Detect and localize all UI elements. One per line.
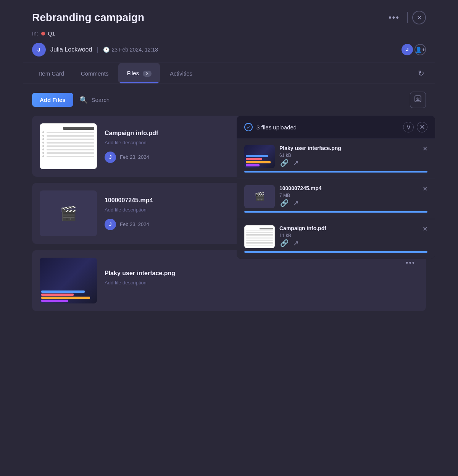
video-icon: 🎬 (60, 205, 77, 221)
upload-status: ✓ 3 files uploaded (244, 123, 297, 131)
upload-file-actions-video: 🔗 ↗ (279, 198, 418, 208)
more-options-button[interactable]: ••• (385, 11, 403, 24)
files-list: Campaign info.pdf Add file description J… (23, 116, 435, 311)
progress-bar-pdf (244, 251, 427, 253)
progress-bar-png (244, 171, 427, 173)
upload-file-name-video: 1000007245.mp4 (279, 185, 418, 191)
avatar: J (32, 43, 46, 56)
file-date-video: Feb 23, 2024 (120, 221, 149, 227)
upload-file-size-pdf: 11 kB (279, 233, 418, 238)
file-thumbnail-pdf (40, 123, 97, 169)
progress-bar-video (244, 211, 427, 213)
meta-row: In: Q1 (23, 31, 435, 40)
clock-icon: 🕐 (103, 47, 110, 53)
collapse-button[interactable]: ∨ (403, 122, 414, 132)
upload-thumb-pdf (244, 225, 275, 248)
upload-status-text: 3 files uploaded (256, 124, 297, 131)
remove-video-button[interactable]: ✕ (423, 185, 427, 192)
tabs-row: Item Card Comments Files 3 Activities ↻ (23, 63, 435, 84)
remove-png-button[interactable]: ✕ (423, 145, 427, 152)
file-desc-png: Add file description (105, 280, 395, 286)
search-bar: 🔍 Search (79, 96, 404, 104)
video-thumb-icon: 🎬 (255, 192, 265, 202)
search-icon: 🔍 (79, 96, 88, 104)
upload-file-info-png: Plaky user interface.png 61 kB 🔗 ↗ (279, 145, 418, 168)
file-thumbnail-png (40, 258, 97, 303)
time-info: 🕐 23 Feb 2024, 12:18 (103, 47, 158, 53)
upload-item-pdf: Campaign info.pdf 11 kB 🔗 ↗ ✕ (237, 219, 435, 259)
file-name-png: Plaky user interface.png (105, 270, 395, 277)
add-person-icon: 👤+ (415, 47, 425, 53)
upload-file-size-video: 7 MB (279, 193, 418, 198)
page-title: Rebranding campaign (32, 11, 144, 24)
app-container: Rebranding campaign ••• ✕ In: Q1 J Julia… (23, 0, 435, 476)
add-files-button[interactable]: Add Files (32, 93, 73, 107)
upload-file-actions-png: 🔗 ↗ (279, 158, 418, 168)
upload-item-png: Plaky user interface.png 61 kB 🔗 ↗ ✕ (237, 139, 435, 179)
close-button[interactable]: ✕ (412, 11, 426, 24)
upload-popup: ✓ 3 files uploaded ∨ ✕ (237, 116, 435, 259)
upload-file-info-pdf: Campaign info.pdf 11 kB 🔗 ↗ (279, 225, 418, 248)
upload-item-video: 🎬 1000007245.mp4 7 MB 🔗 ↗ ✕ (237, 179, 435, 219)
file-avatar-pdf: J (105, 152, 116, 163)
tab-activities[interactable]: Activities (163, 64, 199, 83)
tabs: Item Card Comments Files 3 Activities (32, 63, 199, 84)
user-row: J Julia Lockwood | 🕐 23 Feb 2024, 12:18 … (23, 40, 435, 63)
tab-comments[interactable]: Comments (74, 64, 116, 83)
copy-link-button-png[interactable]: 🔗 (279, 158, 289, 168)
open-external-button-pdf[interactable]: ↗ (292, 238, 300, 248)
group-color-dot (41, 32, 45, 35)
remove-pdf-button[interactable]: ✕ (423, 225, 427, 232)
tab-files[interactable]: Files 3 (120, 64, 158, 83)
chevron-down-icon: ∨ (406, 123, 411, 131)
download-icon (414, 95, 422, 105)
file-thumbnail-video: 🎬 (40, 190, 97, 236)
open-external-button-png[interactable]: ↗ (292, 158, 300, 168)
open-external-button-video[interactable]: ↗ (292, 198, 300, 208)
copy-link-button-video[interactable]: 🔗 (279, 198, 289, 208)
search-placeholder[interactable]: Search (92, 97, 110, 103)
tab-item-card[interactable]: Item Card (32, 64, 71, 83)
divider: | (97, 46, 98, 53)
file-date-pdf: Feb 23, 2024 (120, 154, 149, 160)
upload-file-info-video: 1000007245.mp4 7 MB 🔗 ↗ (279, 185, 418, 208)
copy-link-button-pdf[interactable]: 🔗 (279, 238, 289, 248)
add-member-button[interactable]: 👤+ (414, 44, 426, 55)
user-info: J Julia Lockwood | 🕐 23 Feb 2024, 12:18 (32, 43, 158, 56)
file-card-png: Plaky user interface.png Add file descri… (32, 250, 426, 311)
files-toolbar: Add Files 🔍 Search (23, 84, 435, 116)
close-icon: ✕ (417, 14, 422, 21)
user-avatar-group: J 👤+ (402, 44, 426, 55)
header-actions: ••• ✕ (385, 11, 426, 24)
upload-thumb-video: 🎬 (244, 185, 275, 208)
member-avatar[interactable]: J (402, 44, 413, 55)
files-badge: 3 (143, 71, 152, 77)
group-name: Q1 (48, 31, 55, 37)
refresh-icon: ↻ (418, 69, 424, 77)
upload-file-actions-pdf: 🔗 ↗ (279, 238, 418, 248)
datetime: 23 Feb 2024, 12:18 (112, 47, 158, 53)
file-more-button-png[interactable]: ••• (403, 258, 418, 269)
popup-close-icon: ✕ (419, 123, 425, 131)
user-name: Julia Lockwood (50, 46, 92, 53)
upload-file-size-png: 61 kB (279, 153, 418, 158)
popup-close-button[interactable]: ✕ (417, 122, 427, 132)
upload-file-name-pdf: Campaign info.pdf (279, 225, 418, 231)
check-circle-icon: ✓ (244, 123, 253, 131)
upload-popup-header: ✓ 3 files uploaded ∨ ✕ (237, 116, 435, 139)
png-preview (40, 258, 97, 303)
header: Rebranding campaign ••• ✕ (23, 0, 435, 31)
download-button[interactable] (410, 92, 426, 108)
upload-thumb-png (244, 145, 275, 168)
refresh-button[interactable]: ↻ (416, 67, 426, 79)
upload-header-actions: ∨ ✕ (403, 122, 427, 132)
file-avatar-video: J (105, 219, 116, 230)
in-label: In: (32, 31, 38, 37)
upload-file-name-png: Plaky user interface.png (279, 145, 418, 151)
pdf-preview (40, 124, 97, 169)
tab-files-container: Files 3 (118, 63, 160, 84)
file-info-png: Plaky user interface.png Add file descri… (105, 270, 395, 292)
